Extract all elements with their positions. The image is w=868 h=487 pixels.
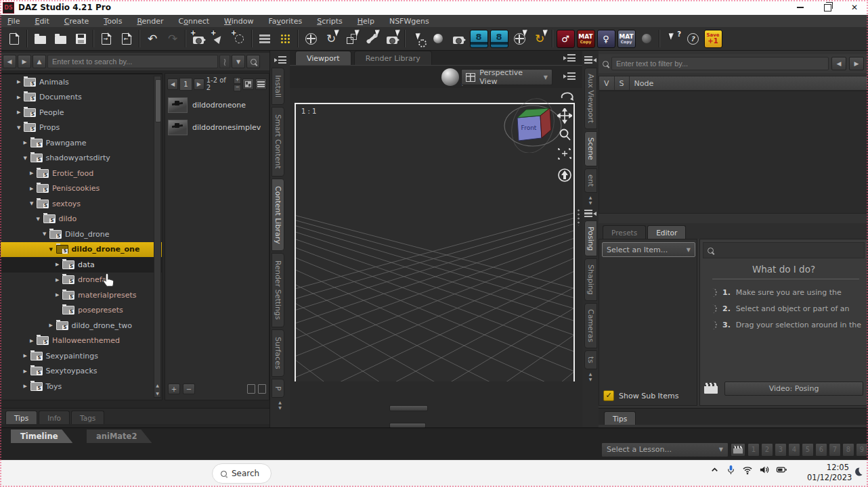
- pane-group-menu-icon[interactable]: [584, 210, 596, 218]
- wifi-icon[interactable]: [742, 465, 753, 475]
- remove-button[interactable]: −: [183, 384, 195, 394]
- genesis8-male-button[interactable]: 8: [489, 28, 509, 49]
- view-cube-gizmo[interactable]: Front: [501, 97, 565, 153]
- chevron-right-icon[interactable]: ▶: [56, 262, 62, 267]
- grid-snap-button[interactable]: [275, 28, 295, 49]
- scene-node-list[interactable]: [599, 91, 868, 214]
- redo-button[interactable]: ↷: [162, 28, 183, 49]
- tree-item-materialpresets[interactable]: ▶Smaterialpresets: [1, 287, 162, 303]
- pane-divider-grip[interactable]: [577, 208, 580, 226]
- new-file-button[interactable]: [4, 28, 24, 49]
- export-button[interactable]: ←: [116, 28, 137, 49]
- tree-item-shadowyartsdirty[interactable]: ▼Sshadowyartsdirty: [1, 151, 162, 166]
- scene-filter-input[interactable]: [611, 57, 829, 70]
- viewport-canvas[interactable]: 1 : 1 Front: [295, 103, 575, 383]
- chevron-right-icon[interactable]: ▶: [17, 79, 24, 85]
- chevron-right-icon[interactable]: ▶: [30, 338, 37, 344]
- tree-item-dildo_drone_one[interactable]: ▼Sdildo_drone_one: [1, 242, 162, 258]
- chevron-down-icon[interactable]: ▼: [43, 231, 49, 237]
- chevron-right-icon[interactable]: ▶: [30, 186, 37, 191]
- file-item-dildodroneone[interactable]: dildodroneone: [165, 94, 269, 116]
- chevron-right-icon[interactable]: ▶: [49, 323, 56, 328]
- close-button[interactable]: ✕: [841, 0, 868, 15]
- tab-posing[interactable]: Posing: [584, 221, 597, 257]
- undo-button[interactable]: ↶: [142, 28, 162, 49]
- move-cursor-button[interactable]: [509, 28, 529, 49]
- chevron-right-icon[interactable]: ▶: [17, 95, 24, 100]
- tree-item-dildo_drone[interactable]: ▼SDildo_drone: [1, 227, 162, 242]
- new-spotlight-button[interactable]: +: [209, 28, 229, 49]
- visibility-column-header[interactable]: V: [599, 76, 615, 90]
- lesson-3-button[interactable]: 3: [775, 443, 787, 457]
- pane-menu-icon[interactable]: [584, 56, 596, 65]
- tree-item-people[interactable]: ▶SPeople: [1, 105, 162, 120]
- menu-scripts[interactable]: Scripts: [309, 17, 350, 26]
- scroll-up-icon[interactable]: ▲: [154, 381, 160, 389]
- forward-button[interactable]: ▶: [18, 55, 31, 68]
- lesson-9-button[interactable]: 9: [856, 443, 868, 457]
- tabstrip-scroll-arrows[interactable]: ▲▼: [582, 195, 599, 206]
- tab-surfaces[interactable]: Surfaces: [272, 329, 284, 377]
- camera-tool-button[interactable]: [382, 28, 402, 49]
- tab-info[interactable]: Info: [39, 411, 70, 424]
- tree-item-posepresets[interactable]: Sposepresets: [1, 303, 162, 319]
- restore-button[interactable]: [814, 0, 841, 15]
- bone-tool-button[interactable]: [362, 28, 382, 49]
- rotate-tool-button[interactable]: ↻: [321, 28, 341, 49]
- menu-help[interactable]: Help: [350, 17, 382, 26]
- tree-scrollbar[interactable]: ▲ ▼: [154, 76, 161, 398]
- chevron-right-icon[interactable]: ▶: [24, 384, 30, 389]
- lesson-4-button[interactable]: 4: [788, 443, 800, 457]
- tree-item-halloweenthemed[interactable]: ▶SHalloweenthemed: [1, 333, 162, 349]
- lesson-8-button[interactable]: 8: [842, 443, 854, 457]
- battery-icon[interactable]: [776, 465, 787, 475]
- menu-create[interactable]: Create: [57, 17, 97, 26]
- tree-item-sexypaintings[interactable]: ▶SSexypaintings: [1, 348, 162, 364]
- tab-shaping[interactable]: Shaping: [584, 258, 597, 301]
- new-camera-button[interactable]: +: [188, 28, 209, 49]
- copy-icon[interactable]: [247, 384, 255, 394]
- view-selector-dropdown[interactable]: Perspective View ▼: [461, 69, 552, 85]
- filter-back-button[interactable]: ◀: [831, 57, 846, 70]
- horizontal-splitter-handle[interactable]: [389, 405, 428, 411]
- tab-render-settings[interactable]: Render Settings: [272, 253, 284, 327]
- menu-connect[interactable]: Connect: [171, 17, 217, 26]
- tree-item-toys[interactable]: ▶SToys: [1, 379, 162, 394]
- rotate-yellow-button[interactable]: ↻: [529, 28, 550, 49]
- select-item-dropdown[interactable]: Select an Item... ▼: [602, 242, 695, 257]
- orbit-icon[interactable]: [559, 89, 574, 102]
- genesis8-female-button[interactable]: 8: [469, 28, 489, 49]
- tree-item-pawngame[interactable]: ▶SPawngame: [1, 135, 162, 151]
- spot-render-button[interactable]: [448, 28, 469, 49]
- lesson-1-button[interactable]: 1: [747, 443, 760, 457]
- menu-favorites[interactable]: Favorites: [261, 17, 309, 26]
- file-item-dildodronesimplev[interactable]: dildodronesimplev: [165, 116, 269, 139]
- menu-nsfwgens[interactable]: NSFWgens: [382, 17, 437, 26]
- chevron-down-icon[interactable]: ▼: [24, 156, 30, 161]
- back-button[interactable]: ◀: [3, 55, 16, 68]
- tree-item-sextoys[interactable]: ▼Ssextoys: [1, 196, 162, 212]
- tabstrip-scroll-arrows[interactable]: ▲▼: [270, 400, 290, 411]
- whats-this-button[interactable]: ?: [662, 28, 682, 49]
- menu-window[interactable]: Window: [217, 17, 261, 26]
- search-options-dropdown[interactable]: ▼: [232, 55, 245, 68]
- disabled-sphere-button[interactable]: [636, 28, 657, 49]
- tab-animate2[interactable]: aniMate2: [87, 430, 152, 443]
- menu-render[interactable]: Render: [129, 17, 171, 26]
- save-plus-one-button[interactable]: Save+1: [703, 28, 723, 49]
- male-material-button[interactable]: ♂: [555, 28, 576, 49]
- add-button[interactable]: +: [168, 384, 180, 394]
- paste-icon[interactable]: [258, 384, 266, 394]
- tab-content-library[interactable]: Content Library: [272, 179, 284, 252]
- microphone-icon[interactable]: [726, 465, 736, 475]
- viewport-menu-icon[interactable]: [563, 72, 576, 81]
- select-lesson-dropdown[interactable]: Select a Lesson... ▼: [601, 442, 729, 457]
- lesson-6-button[interactable]: 6: [815, 443, 827, 457]
- chevron-down-icon[interactable]: ▼: [49, 247, 56, 252]
- mat-copy-gray-button[interactable]: MATCopy: [616, 28, 636, 49]
- taskbar-clock[interactable]: 12:05 01/12/2023: [807, 463, 849, 483]
- save-button[interactable]: [70, 28, 91, 49]
- tab-presets[interactable]: Presets: [603, 225, 646, 239]
- show-sub-items-checkbox[interactable]: ✓: [603, 390, 614, 401]
- tree-item-documents[interactable]: ▶SDocuments: [1, 90, 162, 106]
